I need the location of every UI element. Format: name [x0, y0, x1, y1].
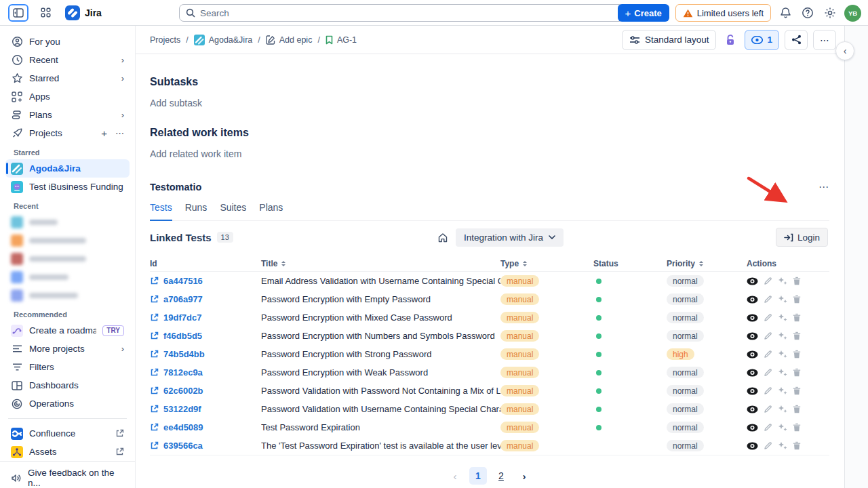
delete-icon[interactable]: [793, 350, 801, 359]
sidebar-item-more-projects[interactable]: More projects ›: [5, 340, 130, 358]
external-link-icon[interactable]: [150, 423, 159, 432]
sidebar-recent-project-blurred[interactable]: [5, 249, 130, 268]
sidebar-item-plans[interactable]: Plans ›: [5, 106, 130, 124]
suite-filter-dropdown[interactable]: Integration with Jira: [456, 228, 564, 247]
edit-icon[interactable]: [764, 277, 772, 285]
watch-toggle-icon[interactable]: [747, 332, 758, 340]
ai-generate-icon[interactable]: [778, 313, 787, 322]
test-id-link[interactable]: 62c6002b: [163, 386, 203, 396]
login-button[interactable]: Login: [776, 228, 828, 247]
delete-icon[interactable]: [793, 368, 801, 377]
tab-plans[interactable]: Plans: [259, 202, 283, 220]
watch-toggle-icon[interactable]: [747, 314, 758, 322]
breadcrumb-project[interactable]: Agoda&Jira: [194, 35, 253, 45]
column-header-type[interactable]: Type: [500, 259, 593, 268]
test-id-link[interactable]: f46db5d5: [163, 331, 202, 341]
share-button[interactable]: [785, 30, 808, 50]
projects-more-icon[interactable]: ⋯: [115, 128, 124, 138]
test-id-link[interactable]: 53122d9f: [163, 404, 201, 414]
watch-toggle-icon[interactable]: [747, 350, 758, 359]
sidebar-item-operations[interactable]: Operations: [5, 394, 130, 413]
add-related-work-item-button[interactable]: Add related work item: [150, 148, 829, 159]
delete-icon[interactable]: [793, 331, 801, 340]
delete-icon[interactable]: [793, 423, 801, 432]
sidebar-recent-project-blurred[interactable]: [5, 268, 130, 286]
watch-toggle-icon[interactable]: [747, 387, 758, 395]
sidebar-item-for-you[interactable]: For you: [5, 33, 130, 51]
pagination-page-2[interactable]: 2: [492, 467, 510, 485]
watch-toggle-icon[interactable]: [747, 442, 758, 450]
breadcrumb-issue[interactable]: AG-1: [326, 35, 357, 45]
ai-generate-icon[interactable]: [778, 441, 787, 450]
ai-generate-icon[interactable]: [778, 386, 787, 395]
test-id-link[interactable]: 74b5d4bb: [163, 349, 205, 359]
sidebar-item-assets[interactable]: Assets: [5, 443, 130, 461]
external-link-icon[interactable]: [150, 331, 159, 340]
standard-layout-button[interactable]: Standard layout: [622, 30, 717, 50]
help-button[interactable]: [800, 5, 816, 21]
sidebar-recent-project-blurred[interactable]: [5, 231, 130, 249]
watch-toggle-icon[interactable]: [747, 405, 758, 413]
pagination-next-button[interactable]: ›: [515, 467, 533, 485]
settings-button[interactable]: [822, 5, 838, 21]
app-switcher-button[interactable]: [35, 4, 56, 22]
more-actions-button[interactable]: ⋯: [813, 30, 836, 50]
jira-home-link[interactable]: Jira: [65, 5, 102, 20]
ai-generate-icon[interactable]: [778, 295, 787, 304]
external-link-icon[interactable]: [150, 386, 159, 395]
pagination-prev-button[interactable]: ‹: [446, 467, 464, 485]
edit-icon[interactable]: [764, 350, 772, 359]
breadcrumb-add-epic[interactable]: Add epic: [266, 35, 313, 45]
ai-generate-icon[interactable]: [778, 350, 787, 359]
notifications-button[interactable]: [777, 5, 793, 21]
avatar[interactable]: YB: [844, 5, 861, 22]
unlock-button[interactable]: [722, 30, 739, 50]
watch-toggle-icon[interactable]: [747, 369, 758, 377]
edit-icon[interactable]: [764, 386, 772, 395]
sidebar-item-apps[interactable]: Apps: [5, 87, 130, 106]
pagination-page-1[interactable]: 1: [469, 467, 487, 485]
edit-icon[interactable]: [764, 295, 772, 304]
sidebar-item-projects[interactable]: Projects + ⋯: [5, 124, 130, 142]
delete-icon[interactable]: [793, 313, 801, 322]
external-link-icon[interactable]: [150, 350, 159, 359]
add-project-icon[interactable]: +: [101, 127, 107, 139]
delete-icon[interactable]: [793, 295, 801, 304]
edit-icon[interactable]: [764, 405, 772, 413]
delete-icon[interactable]: [793, 441, 801, 450]
edit-icon[interactable]: [764, 368, 772, 377]
external-link-icon[interactable]: [150, 295, 159, 304]
tab-suites[interactable]: Suites: [220, 202, 246, 220]
sidebar-item-create-roadmap[interactable]: Create a roadmap TRY: [5, 321, 130, 340]
limited-users-button[interactable]: Limited users left: [675, 4, 771, 22]
ai-generate-icon[interactable]: [778, 331, 787, 340]
tab-runs[interactable]: Runs: [185, 202, 208, 220]
test-id-link[interactable]: 7812ec9a: [163, 367, 203, 378]
ai-generate-icon[interactable]: [778, 423, 787, 432]
edit-icon[interactable]: [764, 423, 772, 432]
test-id-link[interactable]: 19df7dc7: [163, 312, 201, 323]
external-link-icon[interactable]: [150, 405, 159, 413]
sidebar-project-test-ibusiness[interactable]: Test iBusiness Funding: [5, 178, 130, 196]
column-header-priority[interactable]: Priority: [667, 259, 747, 268]
edit-icon[interactable]: [764, 441, 772, 450]
column-header-title[interactable]: Title: [261, 259, 500, 268]
sidebar-item-confluence[interactable]: Confluence: [5, 424, 130, 443]
watch-toggle-icon[interactable]: [747, 296, 758, 304]
search-input[interactable]: Search: [179, 4, 624, 22]
add-subtask-button[interactable]: Add subtask: [150, 98, 829, 108]
home-icon[interactable]: [437, 232, 448, 243]
sidebar-item-filters[interactable]: Filters: [5, 358, 130, 376]
test-id-link[interactable]: a706a977: [163, 294, 203, 304]
test-id-link[interactable]: ee4d5089: [163, 422, 203, 432]
test-id-link[interactable]: 6a447516: [163, 276, 203, 286]
test-id-link[interactable]: 639566ca: [163, 441, 203, 451]
external-link-icon[interactable]: [150, 368, 159, 377]
tab-tests[interactable]: Tests: [150, 202, 172, 221]
ai-generate-icon[interactable]: [778, 405, 787, 413]
sidebar-recent-project-blurred[interactable]: [5, 286, 130, 304]
breadcrumb-projects[interactable]: Projects: [150, 35, 180, 45]
give-feedback-button[interactable]: Give feedback on the n...: [0, 461, 135, 488]
ai-generate-icon[interactable]: [778, 277, 787, 285]
edit-icon[interactable]: [764, 313, 772, 322]
